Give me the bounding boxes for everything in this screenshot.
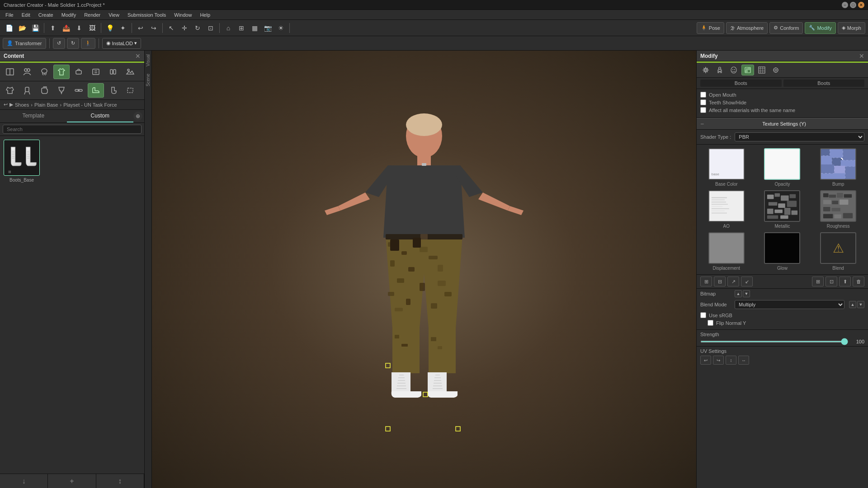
tex-slot-roughness[interactable]: Roughness: [812, 190, 864, 229]
search-input[interactable]: [3, 125, 142, 134]
menu-render[interactable]: Render: [80, 11, 104, 19]
category-pants[interactable]: [53, 83, 70, 98]
uv-btn-2[interactable]: ↪: [713, 356, 724, 365]
category-belt[interactable]: [71, 83, 87, 98]
tex-slot-glow[interactable]: Glow: [756, 232, 809, 271]
category-actors[interactable]: [19, 65, 35, 79]
content-options-button[interactable]: ⊕: [133, 112, 142, 121]
mod-icon-settings[interactable]: [699, 65, 712, 75]
save-file-button[interactable]: 💾: [29, 22, 42, 34]
flip-normal-checkbox[interactable]: [708, 320, 713, 326]
blend-mode-select[interactable]: Multiply Normal Overlay Screen: [735, 300, 844, 309]
tex-slot-bump[interactable]: Bump: [812, 148, 864, 187]
list-item[interactable]: ⊞ Boots_Base: [4, 140, 40, 183]
tex-act-share2-button[interactable]: ↙: [741, 277, 753, 286]
template-tab[interactable]: Template: [0, 110, 67, 122]
pose-button[interactable]: 🧍 Pose: [697, 22, 724, 34]
blend-mode-down-button[interactable]: ▼: [857, 301, 864, 308]
open-mouth-checkbox[interactable]: [700, 92, 706, 98]
undo-button[interactable]: ↩: [134, 22, 147, 34]
mod-icon-gear[interactable]: [769, 65, 782, 75]
uv-btn-4[interactable]: ↔: [738, 356, 749, 365]
move-button[interactable]: ✛: [178, 22, 191, 34]
content-download-button[interactable]: ↓: [0, 474, 48, 488]
menu-submission-tools[interactable]: Submission Tools: [124, 11, 170, 19]
blend-mode-up-button[interactable]: ▲: [849, 301, 856, 308]
viewport[interactable]: [152, 51, 696, 488]
rotate-button[interactable]: ↻: [191, 22, 204, 34]
tex-slot-ao[interactable]: AO: [700, 190, 753, 229]
bitmap-prev-button[interactable]: ▲: [735, 290, 742, 297]
menu-create[interactable]: Create: [35, 11, 57, 19]
conform-button[interactable]: ⚙ Conform: [769, 22, 803, 34]
breadcrumb-home-icon[interactable]: ▶: [9, 102, 13, 108]
redo-button[interactable]: ↪: [147, 22, 160, 34]
visual-tab[interactable]: Visual: [145, 51, 151, 70]
category-hair[interactable]: [36, 65, 52, 79]
light3-button[interactable]: ☀: [274, 22, 287, 34]
category-gloves[interactable]: [36, 83, 52, 98]
rotate-right-button[interactable]: ↻: [67, 38, 79, 49]
new-file-button[interactable]: 📄: [3, 22, 15, 34]
mod-icon-texture[interactable]: [755, 65, 768, 75]
scene-tab[interactable]: Scene: [145, 70, 151, 90]
menu-edit[interactable]: Edit: [18, 11, 34, 19]
breadcrumb-plain-base[interactable]: Plain Base: [34, 102, 58, 108]
breadcrumb-shoes[interactable]: Shoes: [15, 102, 29, 108]
tex-act-share-button[interactable]: ↗: [727, 277, 739, 286]
light1-button[interactable]: 💡: [104, 22, 116, 34]
category-socks[interactable]: [105, 83, 121, 98]
content-close-button[interactable]: ✕: [135, 52, 141, 60]
tex-slot-blend[interactable]: ⚠ Blend: [812, 232, 864, 271]
view2-button[interactable]: ⊞: [235, 22, 248, 34]
custom-tab[interactable]: Custom: [67, 110, 134, 122]
category-clothing[interactable]: [53, 65, 70, 79]
open-file-button[interactable]: 📂: [16, 22, 28, 34]
uv-btn-3[interactable]: ↕: [726, 356, 736, 365]
content-add-button[interactable]: +: [48, 474, 96, 488]
select-button[interactable]: ↖: [165, 22, 178, 34]
tex-act-expand-button[interactable]: ⊡: [826, 277, 837, 286]
category-shoes[interactable]: [88, 83, 104, 98]
category-accessories[interactable]: [71, 65, 87, 79]
human-icon-button[interactable]: 🚶: [81, 38, 95, 49]
mod-icon-material[interactable]: [741, 65, 754, 75]
tex-act-add-button[interactable]: ⊞: [700, 277, 712, 286]
tex-slot-base-color[interactable]: base Base Color: [700, 148, 753, 187]
import-button[interactable]: ⬆: [47, 22, 59, 34]
content-swap-button[interactable]: ↕: [96, 474, 144, 488]
category-morph[interactable]: [105, 65, 121, 79]
menu-view[interactable]: View: [105, 11, 123, 19]
category-top[interactable]: [2, 83, 18, 98]
scale-button[interactable]: ⊡: [204, 22, 217, 34]
morph-button[interactable]: ◈ Morph: [838, 22, 865, 34]
bitmap-next-button[interactable]: ▼: [743, 290, 750, 297]
menu-modify[interactable]: Modify: [58, 11, 80, 19]
view1-button[interactable]: ⌂: [222, 22, 235, 34]
use-srgb-checkbox[interactable]: [700, 312, 706, 318]
tex-act-grid-button[interactable]: ⊞: [812, 277, 824, 286]
insta-lod-button[interactable]: ◉ InstaLOD ▾: [102, 38, 141, 49]
menu-help[interactable]: Help: [196, 11, 214, 19]
category-body[interactable]: [19, 83, 35, 98]
view3-button[interactable]: ▦: [248, 22, 261, 34]
category-attach[interactable]: [88, 65, 104, 79]
minimize-button[interactable]: −: [842, 2, 848, 8]
modify-close-button[interactable]: ✕: [859, 52, 864, 60]
atmosphere-button[interactable]: 🌫 Atmosphere: [726, 22, 768, 34]
menu-file[interactable]: File: [2, 11, 17, 19]
light2-button[interactable]: ✦: [117, 22, 129, 34]
tex-slot-opacity[interactable]: Opacity: [756, 148, 809, 187]
texture-settings-header[interactable]: − Texture Settings (Y): [697, 118, 868, 130]
affect-all-checkbox[interactable]: [700, 107, 706, 113]
shader-type-select[interactable]: PBR Diffuse Specular: [735, 132, 864, 141]
render-button[interactable]: 🖼: [86, 22, 99, 34]
transformer-button[interactable]: 👤 Transformer: [3, 38, 46, 49]
close-button[interactable]: ✕: [858, 2, 864, 8]
tex-slot-metallic[interactable]: Metallic: [756, 190, 809, 229]
menu-window[interactable]: Window: [170, 11, 195, 19]
export-button[interactable]: 📤: [60, 22, 72, 34]
category-wardrobe[interactable]: [2, 65, 18, 79]
uv-btn-1[interactable]: ↩: [700, 356, 711, 365]
tex-act-import-button[interactable]: ⬆: [839, 277, 851, 286]
